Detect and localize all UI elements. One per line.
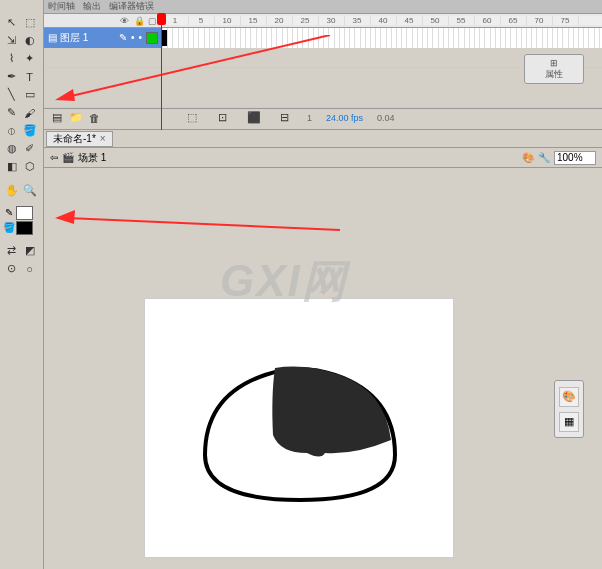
onion-outline-icon[interactable]: ⬛ bbox=[245, 109, 262, 126]
tools-panel: ↖⬚⇲◐⌇✦✒T╲▭✎🖌⦶🪣◍✐◧⬡ ✋🔍 ✎ 🪣 ⇄ ◩ ⊙ ○ bbox=[0, 0, 44, 569]
rice-ball-drawing[interactable] bbox=[185, 335, 415, 515]
frame-ruler[interactable]: 151015202530354045505560657075 bbox=[162, 16, 602, 25]
stage[interactable] bbox=[144, 298, 454, 558]
3d-rotation-icon[interactable]: ◐ bbox=[21, 32, 38, 49]
layer-dot2-icon: • bbox=[138, 32, 142, 44]
lasso-icon[interactable]: ⌇ bbox=[3, 50, 20, 67]
stroke-color-swatch[interactable] bbox=[16, 206, 33, 220]
layer-pencil-icon: ✎ bbox=[119, 32, 127, 44]
delete-layer-icon[interactable]: 🗑 bbox=[86, 109, 103, 126]
eyedropper-icon[interactable]: ✐ bbox=[21, 140, 38, 157]
swatches-panel-icon[interactable]: 🎨 bbox=[559, 387, 579, 407]
tab-errors[interactable]: 编译器错误 bbox=[109, 0, 154, 13]
bone-bind-icon[interactable]: ⬡ bbox=[21, 158, 38, 175]
back-icon[interactable]: ⇦ bbox=[50, 152, 58, 163]
fill-color-swatch[interactable] bbox=[16, 221, 33, 235]
canvas-area[interactable]: 🎨 ▦ bbox=[44, 168, 602, 569]
layer-name: 图层 1 bbox=[60, 31, 88, 45]
new-layer-icon[interactable]: ▤ bbox=[48, 109, 65, 126]
snap-icon[interactable]: ⊙ bbox=[3, 260, 20, 277]
document-tab[interactable]: 未命名-1* × bbox=[46, 131, 113, 147]
ruler-mark: 55 bbox=[448, 16, 474, 25]
ruler-mark: 25 bbox=[292, 16, 318, 25]
current-frame: 1 bbox=[307, 113, 312, 123]
layer-dot-icon: • bbox=[131, 32, 135, 44]
bone-icon[interactable]: ⦶ bbox=[3, 122, 20, 139]
tab-output[interactable]: 输出 bbox=[83, 0, 101, 13]
ruler-mark: 60 bbox=[474, 16, 500, 25]
document-tab-bar: 未命名-1* × bbox=[44, 130, 602, 148]
ruler-mark: 70 bbox=[526, 16, 552, 25]
brush-icon[interactable]: 🖌 bbox=[21, 104, 38, 121]
elapsed-time: 0.04 bbox=[377, 113, 395, 123]
edit-symbols-icon[interactable]: 🔧 bbox=[538, 152, 550, 163]
timeline-tabs: 时间轴 输出 编译器错误 bbox=[44, 0, 602, 14]
edit-scene-icon[interactable]: 🎨 bbox=[522, 152, 534, 163]
zoom-icon[interactable]: 🔍 bbox=[21, 182, 38, 199]
layer-icon: ▤ bbox=[48, 32, 57, 43]
close-icon[interactable]: × bbox=[100, 133, 106, 144]
swap-colors-icon[interactable]: ⇄ bbox=[3, 242, 20, 259]
tab-timeline[interactable]: 时间轴 bbox=[48, 0, 75, 13]
properties-panel[interactable]: ⊞ 属性 bbox=[524, 54, 584, 84]
eraser-icon[interactable]: ◧ bbox=[3, 158, 20, 175]
props-label: 属性 bbox=[545, 68, 563, 81]
ruler-mark: 50 bbox=[422, 16, 448, 25]
subselection-icon[interactable]: ⬚ bbox=[21, 14, 38, 31]
ruler-mark: 20 bbox=[266, 16, 292, 25]
ruler-mark: 15 bbox=[240, 16, 266, 25]
doc-title: 未命名-1* bbox=[53, 132, 96, 146]
ruler-mark: 75 bbox=[552, 16, 578, 25]
edit-multi-icon[interactable]: ⊟ bbox=[276, 109, 293, 126]
timeline-status-bar: ▤ 📁 🗑 ⬚ ⊡ ⬛ ⊟ 1 24.00 fps 0.04 bbox=[44, 108, 602, 126]
onion-skin-icon[interactable]: ⬚ bbox=[183, 109, 200, 126]
magic-wand-icon[interactable]: ✦ bbox=[21, 50, 38, 67]
hand-icon[interactable]: ✋ bbox=[3, 182, 20, 199]
selection-icon[interactable]: ↖ bbox=[3, 14, 20, 31]
rectangle-icon[interactable]: ▭ bbox=[21, 86, 38, 103]
ruler-mark: 35 bbox=[344, 16, 370, 25]
ruler-mark: 5 bbox=[188, 16, 214, 25]
paint-bucket-icon[interactable]: 🪣 bbox=[21, 122, 38, 139]
zoom-input[interactable] bbox=[554, 151, 596, 165]
fill-color-icon: 🪣 bbox=[3, 221, 15, 233]
text-icon[interactable]: T bbox=[21, 68, 38, 85]
ruler-mark: 10 bbox=[214, 16, 240, 25]
pen-icon[interactable]: ✒ bbox=[3, 68, 20, 85]
ink-bottle-icon[interactable]: ◍ bbox=[3, 140, 20, 157]
layer-row-1[interactable]: ▤ 图层 1 ✎ • • bbox=[44, 28, 162, 48]
ruler-mark: 65 bbox=[500, 16, 526, 25]
timeline-panel: 时间轴 输出 编译器错误 👁 🔒 ▢ 151015202530354045505… bbox=[44, 0, 602, 130]
line-icon[interactable]: ╲ bbox=[3, 86, 20, 103]
playhead[interactable] bbox=[161, 14, 162, 130]
layer-color-icon bbox=[146, 32, 158, 44]
scene-icon: 🎬 bbox=[62, 152, 74, 163]
visibility-icon[interactable]: 👁 bbox=[120, 16, 130, 26]
keyframe-1[interactable] bbox=[162, 30, 167, 46]
scene-bar: ⇦ 🎬 场景 1 🎨 🔧 bbox=[44, 148, 602, 168]
ruler-mark: 30 bbox=[318, 16, 344, 25]
default-colors-icon[interactable]: ◩ bbox=[21, 242, 38, 259]
center-frame-icon[interactable]: ⊡ bbox=[214, 109, 231, 126]
lock-icon[interactable]: 🔒 bbox=[134, 16, 144, 26]
props-icon: ⊞ bbox=[550, 58, 558, 68]
new-folder-icon[interactable]: 📁 bbox=[67, 109, 84, 126]
ruler-mark: 45 bbox=[396, 16, 422, 25]
stroke-color-icon: ✎ bbox=[3, 206, 15, 218]
align-panel-icon[interactable]: ▦ bbox=[559, 412, 579, 432]
fps-label: 24.00 fps bbox=[326, 113, 363, 123]
free-transform-icon[interactable]: ⇲ bbox=[3, 32, 20, 49]
pencil-icon[interactable]: ✎ bbox=[3, 104, 20, 121]
ruler-mark: 40 bbox=[370, 16, 396, 25]
option-icon[interactable]: ○ bbox=[21, 260, 38, 277]
scene-label[interactable]: 场景 1 bbox=[78, 151, 106, 165]
floating-tools-panel[interactable]: 🎨 ▦ bbox=[554, 380, 584, 438]
layer-frames[interactable] bbox=[162, 28, 602, 48]
